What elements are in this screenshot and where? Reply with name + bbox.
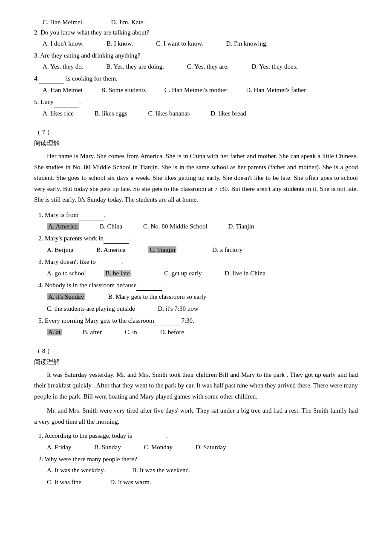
s8-blank-1 (132, 431, 166, 441)
question-3-options: A. Yes, they do. B. Yes, they are doing.… (43, 61, 358, 72)
s7-q5-options: A. at B. after C. in D. before (47, 327, 358, 337)
s8-q2-option-c: C. It was fine. (47, 479, 83, 486)
s7-q1-option-d: D. Tianjin (228, 223, 254, 230)
s8-q1-options: A. Friday B. Sunday C. Monday D. Saturda… (47, 442, 358, 452)
question-4: 4. is cooking for them. (34, 73, 358, 84)
option-4a: A. Han Meimei (43, 87, 83, 93)
option-5b: B. likes eggs (95, 110, 127, 117)
s7-q5-option-d: D. before (160, 329, 184, 335)
s7-q4-option-a: A. it's Sunday (47, 293, 85, 300)
section-8-header: （ 8 ） (34, 346, 358, 356)
s8-q1-option-c: C. Monday (144, 444, 173, 451)
s7-q1-option-c: C. No. 80 Middle School (143, 223, 208, 230)
option-2b: B. I know. (107, 40, 133, 47)
s7-q5-option-a: A. at (47, 329, 62, 335)
option-5a: A. likes rice (43, 110, 74, 117)
section-7-questions: 1. Mary is from . A. America B. China C.… (38, 210, 358, 337)
option-5d: D. likes bread (210, 110, 246, 117)
option-c-han: C. Han Meimei. (43, 19, 84, 26)
s7-question-1: 1. Mary is from . (38, 210, 358, 220)
s7-question-3: 3. Mary doesn't like to . (38, 257, 358, 267)
s7-q4-options-row1: A. it's Sunday B. Mary gets to the class… (47, 292, 358, 302)
s7-q3-text: 3. Mary doesn't like to . (38, 258, 123, 265)
section-8-passage1: It was Saturday yesterday. Mr. and Mrs. … (34, 370, 358, 402)
question-5: 5. Lucy . (34, 97, 358, 107)
s7-question-5: 5. Every morning Mary gets to the classr… (38, 315, 358, 326)
option-3c: C. Yes, they are. (187, 63, 229, 70)
s7-q3-option-d: D. live in China (225, 270, 265, 277)
s7-blank-2 (104, 233, 129, 244)
option-d-jim: D. Jim, Kate. (111, 19, 145, 26)
s7-q3-options: A. go to school B. be late C. get up ear… (47, 268, 358, 278)
s7-q2-text: 2. Mary's parents work in . (38, 235, 131, 242)
s8-q1-option-a: A. Friday (47, 444, 72, 451)
section-8-questions: 1. According to the passage, today is . … (38, 431, 358, 487)
s7-q5-text: 5. Every morning Mary gets to the classr… (38, 317, 194, 324)
s7-q4-option-d: D. it's 7:30 now (158, 305, 198, 312)
option-4c: C. Han Meimei's mother (164, 87, 228, 93)
blank-5 (54, 97, 79, 107)
s8-q2-option-b: B. It was the weekend. (132, 467, 190, 474)
option-row-c-han: C. Han Meimei. D. Jim, Kate. (34, 17, 358, 27)
question-4-options: A. Han Meimei B. Some students C. Han Me… (43, 85, 358, 95)
s8-q1-option-d: D. Saturday (196, 444, 226, 451)
s7-question-2: 2. Mary's parents work in . (38, 233, 358, 244)
question-2: 2. Do you know what they are talking abo… (34, 27, 358, 38)
s7-q2-option-d: D. a factory (212, 246, 242, 253)
s8-q1-option-b: B. Sunday (94, 444, 121, 451)
s7-q4-options-row2: C. the students are playing outside D. i… (47, 304, 358, 314)
s7-q2-option-a: A. Beijing (47, 246, 74, 253)
option-2d: D. I'm knowing. (226, 40, 268, 47)
s7-q4-option-c: C. the students are playing outside (47, 305, 135, 312)
section-8: （ 8 ） 阅读理解 It was Saturday yesterday. Mr… (34, 346, 358, 488)
s7-blank-4 (136, 280, 162, 291)
s8-question-2: 2. Why were there many people there? (38, 454, 358, 464)
s7-blank-3 (96, 257, 121, 267)
s7-q2-option-c: C. Tianjin (148, 246, 189, 253)
s7-q3-option-c: C. get up early (164, 270, 202, 277)
option-3a: A. Yes, they do. (43, 63, 83, 70)
s7-q4-option-b: B. Mary gets to the classroom so early (108, 293, 207, 300)
s7-q5-option-c: C. in (125, 329, 137, 335)
s8-q2-option-d: D. It was warm. (110, 479, 151, 486)
s7-blank-1 (78, 210, 104, 220)
question-2-options: A. I don't know. B. I know. C. I want to… (43, 38, 358, 49)
s7-q5-option-b: B. after (83, 329, 102, 335)
s7-q3-option-b: B. be late (104, 270, 143, 277)
question-4-text: 4. is cooking for them. (34, 75, 118, 82)
option-2c: C. I want to know. (156, 40, 203, 47)
s8-q2-options-row1: A. It was the weekday. B. It was the wee… (47, 465, 358, 475)
option-4b: B. Some students (101, 87, 146, 93)
s7-question-4: 4. Nobody is in the classroom because . (38, 280, 358, 291)
prev-section-tail: C. Han Meimei. D. Jim, Kate. 2. Do you k… (34, 17, 358, 119)
option-3d: D. Yes, they does. (251, 63, 297, 70)
question-2-text: 2. Do you know what they are talking abo… (34, 29, 149, 36)
section-8-type: 阅读理解 (34, 357, 358, 367)
option-3b: B. Yes, they are doing. (106, 63, 164, 70)
question-5-text: 5. Lucy . (34, 98, 81, 105)
s7-q1-options: A. America B. China C. No. 80 Middle Sch… (47, 221, 358, 231)
s7-blank-5 (154, 315, 180, 326)
question-5-options: A. likes rice B. likes eggs C. likes ban… (43, 108, 358, 119)
s7-q2-options: A. Beijing B. America C. Tianjin D. a fa… (47, 245, 358, 255)
blank-4 (39, 73, 64, 84)
section-7: （ 7 ） 阅读理解 Her name is Mary. She comes f… (34, 127, 358, 337)
option-5c: C. likes bananas (148, 110, 190, 117)
s8-q2-text: 2. Why were there many people there? (38, 456, 137, 462)
section-7-type: 阅读理解 (34, 138, 358, 148)
s7-q4-text: 4. Nobody is in the classroom because . (38, 282, 164, 289)
question-3-text: 3. Are they eating and drinking anything… (34, 52, 141, 59)
question-3: 3. Are they eating and drinking anything… (34, 50, 358, 61)
section-7-header: （ 7 ） (34, 127, 358, 137)
s7-q2-option-b: B. America (96, 246, 125, 253)
s7-q1-option-b: B. China (100, 223, 122, 230)
section-8-passage2: Mr. and Mrs. Smith were very tired after… (34, 405, 358, 427)
s7-q1-option-a: A. America (47, 223, 79, 230)
option-2a: A. I don't know. (43, 40, 84, 47)
s7-q3-option-a: A. go to school (47, 270, 86, 277)
option-4d: D. Han Meimei's father (246, 87, 306, 93)
s8-q1-text: 1. According to the passage, today is . (38, 432, 168, 439)
s8-q2-options-row2: C. It was fine. D. It was warm. (47, 477, 358, 487)
section-7-passage: Her name is Mary. She comes from America… (34, 151, 358, 205)
s7-q1-text: 1. Mary is from . (38, 211, 106, 218)
